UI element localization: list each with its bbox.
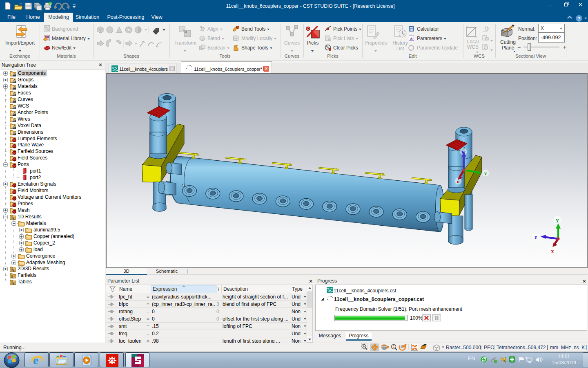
svg-text:v: v — [484, 170, 487, 176]
svg-text:u: u — [457, 178, 459, 184]
svg-text:z: z — [535, 234, 537, 240]
svg-text:y: y — [556, 217, 559, 223]
svg-text:a: a — [410, 36, 413, 41]
svg-text:x: x — [551, 248, 554, 254]
svg-text:e: e — [33, 354, 38, 367]
svg-text:u: u — [476, 36, 477, 38]
svg-text:?: ? — [577, 16, 580, 22]
svg-text:w: w — [461, 149, 466, 155]
svg-text:w: w — [466, 26, 468, 28]
svg-text:v: v — [476, 26, 477, 29]
